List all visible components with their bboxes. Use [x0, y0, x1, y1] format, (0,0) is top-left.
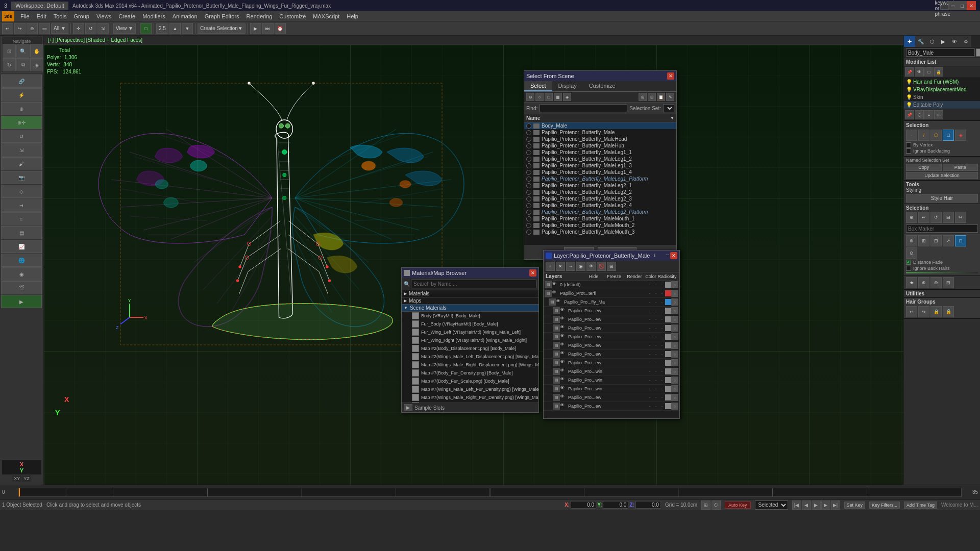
scene-tool-7[interactable]: ⊟: [648, 93, 656, 101]
mat-item[interactable]: Map #7(Body_Fur_Density.png) [Body_Male]: [402, 369, 538, 377]
key-mode-btn[interactable]: ⊞: [701, 500, 710, 510]
select-scale[interactable]: ⇲: [1, 143, 42, 157]
scene-item[interactable]: Papilio_Protenor_Butterfly_MaleHub: [524, 142, 676, 149]
distance-fade-checkbox[interactable]: ✓: [906, 260, 911, 265]
styling-btn-3[interactable]: ⊟: [930, 235, 942, 246]
timeline-track[interactable]: [18, 488, 962, 497]
select-scene-header[interactable]: Select From Scene ✕: [524, 71, 676, 81]
hg-btn-4[interactable]: 🔓: [943, 306, 954, 317]
shapes-tool[interactable]: ◇: [1, 185, 42, 198]
mat-section-maps[interactable]: ▶ Maps: [402, 297, 538, 305]
menu-customize[interactable]: Customize: [276, 12, 309, 20]
util-btn-4[interactable]: ⊟: [943, 277, 954, 288]
menu-modifiers[interactable]: Modifiers: [139, 12, 168, 20]
mod-show-vp-btn[interactable]: □: [924, 67, 934, 77]
maximize-vp-btn[interactable]: ⧉: [16, 58, 30, 71]
panel-tab-motion[interactable]: ▶: [938, 36, 949, 47]
menu-rendering[interactable]: Rendering: [243, 12, 276, 20]
next-frame-btn2[interactable]: ▶: [821, 500, 830, 510]
util-btn-2[interactable]: ⊛: [918, 277, 929, 288]
select-rotate[interactable]: ↺: [1, 130, 42, 143]
layer-vis-icon[interactable]: 👁: [560, 342, 567, 349]
modifier-editable-poly[interactable]: 💡 Editable Poly: [904, 101, 980, 109]
scene-item[interactable]: Papilio_Protenor_Butterfly_MaleLeg2_Plat…: [524, 209, 676, 215]
layer-item[interactable]: ▤ 👁 Papilio_Pro...ew · · · ○: [544, 315, 679, 324]
util-btn-3[interactable]: ⊕: [930, 277, 942, 288]
menu-file[interactable]: File: [17, 12, 33, 20]
mat-item[interactable]: Map #7(Body_Fur_Scale.png) [Body_Male]: [402, 377, 538, 385]
styling-btn-2[interactable]: ⊞: [918, 235, 929, 246]
scene-item[interactable]: Body_Male: [524, 122, 676, 129]
selection-tool[interactable]: ⊕: [1, 102, 42, 115]
layer-item[interactable]: ▤ 👁 Papilio_Pro...fly_Ma · · · ○: [544, 298, 679, 307]
selection-filter-dropdown[interactable]: All ▼: [51, 23, 68, 34]
sel-element-btn[interactable]: ◈: [955, 130, 966, 141]
arc-rotate-btn[interactable]: ↻: [3, 58, 16, 71]
select-object-btn[interactable]: □: [140, 23, 152, 34]
menu-animation[interactable]: Animation: [169, 12, 201, 20]
layer-vis-icon[interactable]: 👁: [552, 290, 559, 297]
zoom-btn[interactable]: 🔍: [16, 44, 30, 58]
add-time-tag-btn[interactable]: Add Time Tag: [904, 502, 937, 509]
play-anim-btn[interactable]: ▶: [812, 500, 821, 510]
tab-customize[interactable]: Customize: [583, 81, 622, 91]
by-vertex-checkbox[interactable]: [906, 142, 911, 147]
tab-display[interactable]: Display: [552, 81, 583, 91]
panel-tab-create[interactable]: ✚: [904, 36, 915, 47]
scene-item[interactable]: Papilio_Protenor_Butterfly_MaleLeg2_4: [524, 202, 676, 209]
paint-selection[interactable]: 🖌: [1, 157, 42, 170]
copy-btn[interactable]: Copy: [906, 164, 942, 171]
mat-item[interactable]: Map #2(Wings_Male_Left_Displacement.png)…: [402, 353, 538, 361]
viewport-canvas[interactable]: X Y Z X Y: [44, 45, 903, 485]
scene-item[interactable]: Papilio_Protenor_Butterfly_MaleLeg1_2: [524, 156, 676, 162]
mat-section-materials[interactable]: ▶ Materials: [402, 290, 538, 297]
modifier-skin[interactable]: 💡 Skin: [904, 93, 980, 101]
scene-item[interactable]: Papilio_Protenor_Butterfly_MaleLeg1_4: [524, 169, 676, 176]
scene-item[interactable]: Papilio_Protenor_Butterfly_MaleLeg2_2: [524, 189, 676, 195]
selection-mode-dropdown[interactable]: Selected: [755, 500, 788, 510]
style-hair-btn[interactable]: Style Hair: [906, 194, 978, 203]
mod-lock-btn[interactable]: 🔒: [934, 67, 943, 77]
scene-tool-6[interactable]: ⊞: [639, 93, 647, 101]
mod-ctrl-2[interactable]: ⬡: [915, 110, 924, 119]
scene-item[interactable]: Papilio_Protenor_Butterfly_MaleLeg1_1: [524, 149, 676, 156]
find-input[interactable]: [540, 104, 627, 112]
modifier-vray-disp[interactable]: 💡 VRayDisplacementMod: [904, 86, 980, 93]
hg-btn-3[interactable]: 🔒: [930, 306, 942, 317]
menu-create[interactable]: Create: [115, 12, 138, 20]
box-marker-input[interactable]: [906, 224, 978, 233]
mat-item[interactable]: Map #7(Wings_Male_Right_Fur_Density.png)…: [402, 393, 538, 402]
y-coord-input[interactable]: [603, 501, 628, 509]
key-filters-btn[interactable]: Key Filters...: [869, 502, 900, 509]
mat-item[interactable]: Map #7(Wings_Male_Left_Fur_Density.png) …: [402, 385, 538, 393]
scene-tool-5[interactable]: ◈: [563, 93, 571, 101]
select-btn[interactable]: ⊕: [27, 23, 38, 34]
layer-vis-icon[interactable]: 👁: [560, 316, 567, 323]
mod-ctrl-3[interactable]: ≡: [924, 110, 934, 119]
select-move[interactable]: ⊕✛: [1, 116, 42, 129]
bind-space-warp[interactable]: ⚡: [1, 88, 42, 102]
mod-ctrl-4[interactable]: ⊕: [934, 110, 943, 119]
layer-item[interactable]: ▤ 👁 Papilio_Pro...ew · · · ○: [544, 402, 679, 411]
layer-item[interactable]: ▤ 👁 0 (default) · · · ○: [544, 281, 679, 289]
layer-item[interactable]: ▤ 👁 Papilio_Pro...ew · · · ○: [544, 333, 679, 341]
layer-item[interactable]: ▤ 👁 Papilio_Pro...ew · · · ○: [544, 341, 679, 350]
layer-hide-all-btn[interactable]: 🚫: [597, 262, 606, 271]
layer-item[interactable]: ▤ 👁 Papilio_Pro...win · · · ○: [544, 367, 679, 376]
layer-vis-icon[interactable]: 👁: [560, 385, 567, 392]
redo-btn[interactable]: ↪: [14, 23, 26, 34]
scene-item[interactable]: Papilio_Protenor_Butterfly_MaleLeg2_3: [524, 195, 676, 202]
scene-tool-1[interactable]: ⊙: [526, 93, 534, 101]
create-selection-dropdown[interactable]: Create Selection▼: [198, 23, 246, 34]
scene-item[interactable]: Papilio_Protenor_Butterfly_Male: [524, 129, 676, 136]
layer-vis-icon[interactable]: 👁: [560, 307, 567, 314]
mat-item[interactable]: Map #2(Wings_Male_Right_Displacement.png…: [402, 361, 538, 369]
mat-item[interactable]: Fur_Wing_Right (VRayHairMtl) [Wings_Male…: [402, 336, 538, 344]
scene-item[interactable]: Papilio_Protenor_Butterfly_MaleMouth_2: [524, 222, 676, 229]
scene-item[interactable]: Papilio_Protenor_Butterfly_MaleLeg1_3: [524, 162, 676, 169]
goto-start-btn[interactable]: |◀: [792, 500, 801, 510]
mat-item[interactable]: Fur_Body (VRayHairMtl) [Body_Male]: [402, 320, 538, 328]
mod-pin-btn[interactable]: 📌: [905, 67, 914, 77]
mat-item[interactable]: Fur_Wing_Left (VRayHairMtl) [Wings_Male_…: [402, 328, 538, 336]
rotate-btn[interactable]: ↺: [85, 23, 96, 34]
